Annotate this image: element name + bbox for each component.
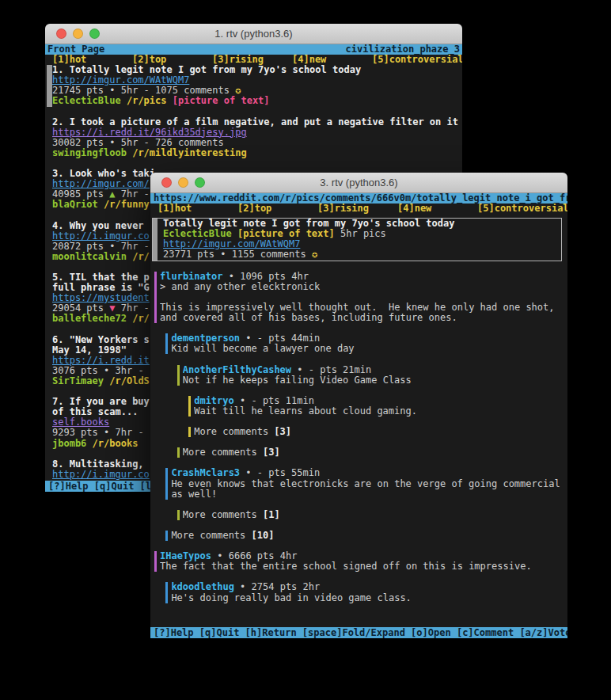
gutter — [47, 376, 52, 386]
comment[interactable]: kdoodlethug • 2754 pts 2hrHe's doing rea… — [165, 582, 567, 603]
gutter — [47, 470, 52, 480]
post-link[interactable]: https://i.redd.it — [52, 356, 150, 366]
selection-cursor — [47, 86, 52, 96]
post[interactable]: 1. Totally legit note I got from my 7yo'… — [47, 65, 462, 106]
traffic-lights — [56, 29, 100, 39]
close-icon[interactable] — [56, 29, 66, 39]
minimize-icon[interactable] — [73, 29, 83, 39]
post-link[interactable]: http://imgur.com/WAtWQM7 — [52, 75, 189, 86]
post-author[interactable]: swingingfloob — [52, 148, 127, 158]
front-window-titlebar[interactable]: 3. rtv (python3.6) — [150, 173, 567, 193]
zoom-icon[interactable] — [89, 29, 100, 39]
front-window[interactable]: 3. rtv (python3.6) https://www.reddit.co… — [150, 173, 567, 638]
post-author[interactable]: SirTimaey — [52, 376, 104, 386]
gild-star-icon: ✪ — [230, 86, 241, 96]
post-link[interactable]: http://i.imgur.co — [52, 470, 150, 480]
gutter — [47, 428, 52, 438]
tab-1hot[interactable]: [1]hot — [52, 55, 132, 65]
selection-cursor — [47, 75, 52, 86]
tab-4new[interactable]: [4]new — [292, 55, 372, 65]
comment-body-line: > and any other elecktronick — [160, 282, 567, 292]
gutter — [47, 314, 52, 324]
gutter — [47, 252, 52, 262]
back-tab-bar: [1]hot[2]top[3]rising[4]new[5]controvers… — [45, 55, 462, 65]
comment-header-row: flurbinator • 1096 pts 4hr — [160, 272, 567, 282]
tab-2top[interactable]: [2]top — [132, 55, 212, 65]
comment-author[interactable]: flurbinator — [160, 272, 222, 282]
comment-body-line: Not if he keeps failing Video Game Class — [183, 375, 567, 386]
comment[interactable]: IHaeTypos • 6666 pts 4hrThe fact that th… — [154, 551, 567, 572]
submission-author[interactable]: EclecticBlue — [163, 229, 232, 239]
post-author[interactable]: EclecticBlue — [52, 96, 121, 106]
tab-4new[interactable]: [4]new — [397, 204, 477, 214]
post[interactable]: 2. I took a picture of a film negative, … — [47, 117, 462, 158]
comment[interactable]: CrashMclars3 • - pts 55minHe even knows … — [165, 468, 567, 499]
more-comments-item[interactable]: More comments [3] — [188, 427, 567, 437]
more-comments-row: More comments [1] — [183, 510, 567, 520]
comment[interactable]: dementperson • - pts 44minKid will becom… — [165, 333, 567, 354]
more-comments-row: More comments [3] — [194, 427, 567, 437]
submission-title: Totally legit note I got from my 7yo's s… — [163, 219, 454, 229]
comment-author[interactable]: CrashMclars3 — [171, 468, 240, 478]
gutter — [47, 148, 52, 158]
tab-5controversial[interactable]: [5]controversial — [477, 204, 567, 214]
comment-body-line: This is impressively well thought out. H… — [160, 302, 567, 313]
comment-list: flurbinator • 1096 pts 4hr> and any othe… — [150, 272, 567, 603]
gutter — [47, 200, 52, 210]
gutter — [47, 439, 52, 449]
comment-author[interactable]: AnotherFilthyCashew — [183, 365, 291, 375]
post-author[interactable]: blaQriot — [52, 200, 98, 210]
tab-1hot[interactable]: [1]hot — [157, 204, 237, 214]
post-subreddit[interactable]: /r/funny — [104, 200, 150, 210]
post-subreddit[interactable]: /r/pics — [127, 96, 167, 106]
comment-author[interactable]: dmitryo — [194, 396, 234, 406]
submission-comment-count: 1155 comments — [232, 249, 306, 260]
post-author[interactable]: moonlitcalvin — [52, 252, 127, 262]
comment-author[interactable]: kdoodlethug — [171, 582, 233, 592]
post-subreddit[interactable]: /r/ — [132, 252, 150, 262]
back-window-titlebar[interactable]: 1. rtv (python3.6) — [45, 24, 462, 44]
bullet-separator: • — [220, 249, 226, 260]
comment-author[interactable]: IHaeTypos — [160, 551, 211, 561]
zoom-icon[interactable] — [195, 177, 205, 188]
post-link[interactable]: https://i.redd.it/96ikd35djesy.jpg — [52, 127, 247, 138]
post-subreddit[interactable]: /r/OldS — [109, 376, 150, 386]
more-comments-row: More comments [10] — [171, 531, 567, 541]
more-comments-item[interactable]: More comments [3] — [177, 447, 567, 458]
comment-author[interactable]: dementperson — [171, 333, 240, 344]
tab-3rising[interactable]: [3]rising — [212, 55, 292, 65]
comment[interactable]: AnotherFilthyCashew • - pts 21minNot if … — [177, 365, 567, 386]
post-title-row: 1. Totally legit note I got from my 7yo'… — [47, 65, 462, 75]
post-subreddit[interactable]: /r/ — [132, 314, 150, 324]
post-subreddit[interactable]: /r/mildlyinteresting — [132, 148, 247, 158]
post-link[interactable]: http://i.imgur.co — [52, 231, 150, 242]
gutter — [47, 459, 52, 470]
more-comments-item[interactable]: More comments [10] — [165, 531, 567, 541]
submission-box[interactable]: Totally legit note I got from my 7yo's s… — [152, 218, 562, 261]
gutter — [47, 138, 52, 148]
comment-body-line: Wait till he learns about cloud gaming. — [194, 406, 567, 417]
post-link[interactable]: http://imgur.com/ — [52, 179, 150, 189]
post-subreddit[interactable]: /r/books — [93, 439, 139, 449]
tab-5controversial[interactable]: [5]controversial — [372, 55, 462, 65]
tab-2top[interactable]: [2]top — [237, 204, 317, 214]
comment[interactable]: dmitryo • - pts 11minWait till he learns… — [188, 396, 567, 417]
front-terminal[interactable]: https://www.reddit.com/r/pics/comments/6… — [150, 193, 567, 638]
tab-3rising[interactable]: [3]rising — [317, 204, 397, 214]
gutter — [47, 366, 52, 376]
comment-body-line: The fact that the entire school signed o… — [160, 561, 567, 572]
comment-header-row: kdoodlethug • 2754 pts 2hr — [171, 582, 567, 592]
post-author[interactable]: jbomb6 — [52, 439, 86, 449]
submission-link[interactable]: http://imgur.com/WAtWQM7 — [163, 239, 300, 249]
header-right-label: civilization_phaze_3 — [346, 44, 461, 55]
post-link[interactable]: https://mystudent — [52, 293, 150, 303]
close-icon[interactable] — [161, 177, 172, 188]
more-comments-item[interactable]: More comments [1] — [177, 510, 567, 520]
post-link[interactable]: self.books — [52, 417, 109, 428]
minimize-icon[interactable] — [178, 177, 188, 188]
more-comments-row: More comments [3] — [183, 447, 567, 458]
post-author[interactable]: ballefleche72 — [52, 314, 127, 324]
comment-body-line: He's doing really bad in video game clas… — [171, 593, 567, 603]
comment[interactable]: flurbinator • 1096 pts 4hr> and any othe… — [154, 272, 567, 323]
comment-body-line — [160, 292, 567, 302]
